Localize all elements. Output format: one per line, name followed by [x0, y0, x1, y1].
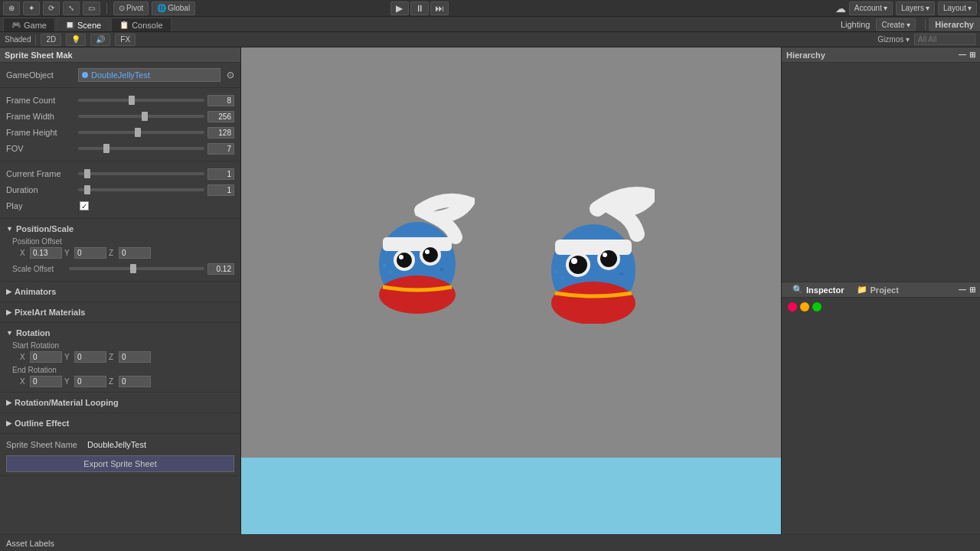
create-button[interactable]: Create ▾ [876, 18, 916, 31]
tab-inspector[interactable]: 🔍 Inspector [786, 282, 851, 297]
hierarchy-panel-header: Hierarchy — ⊞ [782, 47, 980, 63]
y-label: Y [64, 249, 72, 257]
pivot-button[interactable]: ⊙ Pivot [113, 2, 149, 15]
scene-options-bar: Shaded 2D 💡 🔊 FX Gizmos ▾ [0, 32, 980, 47]
play-button[interactable]: ▶ [390, 2, 409, 15]
frame-width-label: Frame Width [6, 112, 75, 121]
play-checkbox[interactable]: ✓ [80, 201, 89, 210]
tool-scale[interactable]: ⤡ [63, 2, 80, 15]
frame-width-slider[interactable] [78, 115, 204, 118]
next-button[interactable]: ⏭ [430, 2, 449, 15]
rotation-header[interactable]: ▼ Rotation [6, 326, 234, 340]
svg-point-8 [425, 249, 430, 254]
tab-console[interactable]: 📋 Console [111, 18, 171, 31]
pause-button[interactable]: ⏸ [410, 2, 429, 15]
frame-height-input[interactable] [207, 127, 234, 139]
sprite-sheet-header: Sprite Sheet Mak [0, 47, 240, 63]
outline-header[interactable]: ▶ Outline Effect [6, 416, 234, 430]
frame-width-input[interactable] [207, 111, 234, 122]
hier-controls: — ⊞ [959, 51, 975, 59]
end-rot-z[interactable] [119, 376, 151, 387]
start-rotation-label: Start Rotation [12, 341, 234, 350]
inspector-project-header: 🔍 Inspector 📁 Project — ⊞ [782, 282, 980, 298]
2d-button[interactable]: 2D [41, 34, 61, 46]
rotation-material-header[interactable]: ▶ Rotation/Material Looping [6, 396, 234, 409]
animators-header[interactable]: ▶ Animators [6, 285, 234, 298]
right-bottom-panel: 🔍 Inspector 📁 Project — ⊞ [782, 282, 980, 549]
fx-toggle[interactable]: FX [115, 34, 136, 46]
current-frame-row: Current Frame [6, 167, 234, 181]
start-rot-y[interactable] [74, 351, 106, 363]
left-panel: Sprite Sheet Mak GameObject DoubleJellyT… [0, 47, 241, 549]
traffic-light-yellow [800, 302, 809, 311]
top-toolbar: ⊕ ✦ ⟳ ⤡ ▭ ⊙ Pivot 🌐 Global ▶ ⏸ ⏭ ☁ Accou… [0, 0, 980, 17]
current-frame-slider[interactable] [78, 172, 204, 175]
end-rotation-xyz: X Y Z [12, 376, 234, 387]
position-scale-arrow: ▼ [6, 225, 13, 233]
end-rot-y[interactable] [74, 376, 106, 387]
scale-offset-slider[interactable] [69, 267, 204, 270]
tab-game[interactable]: 🎮 Game [3, 18, 55, 31]
end-rot-x[interactable] [30, 376, 62, 387]
global-button[interactable]: 🌐 Global [152, 2, 195, 15]
scene-icon: 🔲 [65, 21, 74, 29]
duration-slider[interactable] [78, 188, 204, 191]
fov-input[interactable] [207, 143, 234, 155]
tool-rect[interactable]: ▭ [83, 2, 100, 15]
traffic-light-green [812, 302, 822, 311]
play-label: Play [6, 201, 75, 210]
pos-y-input[interactable] [74, 247, 106, 259]
svg-rect-9 [383, 264, 386, 267]
frame-count-input[interactable] [207, 95, 234, 106]
duration-input[interactable] [207, 184, 234, 196]
frame-height-slider[interactable] [78, 131, 204, 134]
rotation-content: Start Rotation X Y Z End Rotation X Y Z [6, 341, 234, 387]
layout-button[interactable]: Layout ▾ [938, 2, 977, 15]
tool-move[interactable]: ✦ [23, 2, 40, 15]
cloud-icon: ☁ [835, 2, 846, 15]
position-scale-header[interactable]: ▼ Position/Scale [6, 222, 234, 236]
frame-count-slider[interactable] [78, 99, 204, 102]
panel-expand[interactable]: ⊞ [969, 285, 975, 294]
tab-scene[interactable]: 🔲 Scene [57, 18, 109, 31]
z-label: Z [109, 249, 116, 257]
export-button[interactable]: Export Sprite Sheet [6, 455, 234, 472]
lights-toggle[interactable]: 💡 [66, 34, 86, 46]
sprite-name-value: DoubleJellyTest [87, 440, 146, 449]
audio-toggle[interactable]: 🔊 [90, 34, 110, 46]
jelly-right [536, 182, 655, 324]
tool-hand[interactable]: ⊕ [3, 2, 20, 15]
account-button[interactable]: Account ▾ [849, 2, 893, 15]
end-rotation-label: End Rotation [12, 366, 234, 374]
current-frame-input[interactable] [207, 168, 234, 180]
toolbar-right: ☁ Account ▾ Layers ▾ Layout ▾ [835, 2, 977, 15]
panel-minimize[interactable]: — [959, 285, 966, 294]
jelly-left [368, 187, 475, 318]
scale-offset-row: Scale Offset [12, 262, 234, 276]
hier-expand[interactable]: ⊞ [969, 51, 975, 59]
gizmos-button[interactable]: Gizmos ▾ [877, 35, 910, 44]
gameobject-reset-icon[interactable]: ⊙ [227, 70, 234, 80]
search-input[interactable] [914, 34, 975, 45]
ez-label: Z [109, 377, 116, 386]
svg-rect-21 [555, 270, 558, 273]
pixel-art-header[interactable]: ▶ PixelArt Materials [6, 305, 234, 319]
layers-button[interactable]: Layers ▾ [896, 2, 935, 15]
start-rot-z[interactable] [119, 351, 151, 363]
pos-x-input[interactable] [30, 247, 62, 259]
svg-point-1 [379, 276, 456, 314]
tool-rotate[interactable]: ⟳ [43, 2, 60, 15]
right-panels: Hierarchy — ⊞ 🔍 Inspector 📁 Project — [781, 47, 980, 549]
tab-bar: 🎮 Game 🔲 Scene 📋 Console Lighting Create… [0, 17, 980, 32]
hierarchy-panel-label: Hierarchy [786, 51, 825, 60]
scale-offset-input[interactable] [207, 263, 234, 275]
scale-offset-thumb [130, 264, 136, 273]
fov-slider[interactable] [78, 147, 204, 150]
frame-count-thumb [129, 96, 135, 105]
frame-count-label: Frame Count [6, 96, 75, 105]
tab-project[interactable]: 📁 Project [851, 282, 905, 297]
animators-arrow: ▶ [6, 288, 11, 295]
hier-minimize[interactable]: — [959, 51, 966, 59]
pos-z-input[interactable] [119, 247, 151, 259]
start-rot-x[interactable] [30, 351, 62, 363]
